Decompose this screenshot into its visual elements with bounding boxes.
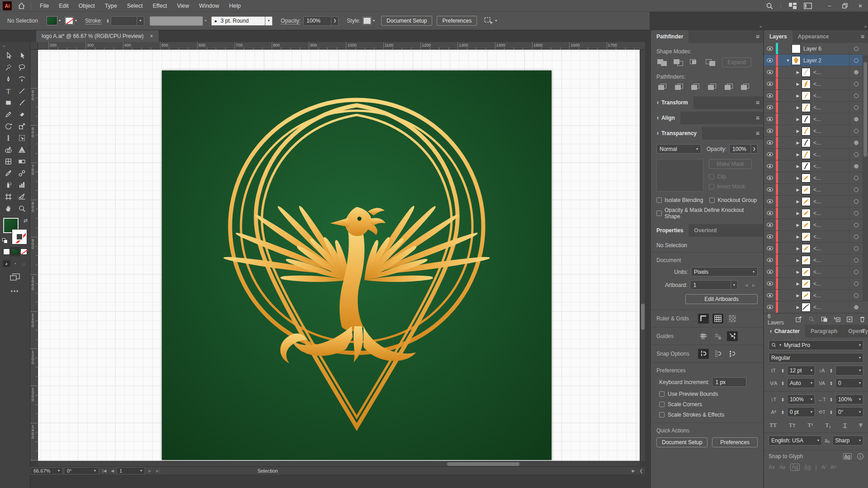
- brush-chevron[interactable]: ▾: [265, 16, 273, 26]
- tool-slice[interactable]: [15, 191, 28, 202]
- small-caps-toggle[interactable]: TT: [789, 422, 796, 429]
- collect-export-icon[interactable]: [796, 316, 802, 323]
- font-style-select[interactable]: Regular▾: [769, 353, 863, 363]
- menu-view[interactable]: View: [172, 0, 194, 12]
- tab-pathfinder[interactable]: Pathfinder: [651, 30, 689, 43]
- char-kerning-field[interactable]: Auto▾: [787, 378, 815, 388]
- default-fill-stroke-icon[interactable]: [2, 238, 8, 243]
- char-stepper[interactable]: ▲▼: [830, 410, 833, 414]
- eye-icon[interactable]: [767, 199, 773, 203]
- dock2-collapse-icon[interactable]: ››: [864, 24, 866, 29]
- layer-visibility-cell[interactable]: [764, 137, 776, 148]
- layer-row[interactable]: ▶<...: [764, 137, 863, 149]
- tool-shape-builder[interactable]: [1, 144, 15, 155]
- stroke-label[interactable]: Stroke:: [85, 18, 102, 24]
- char-stepper[interactable]: ▲▼: [830, 381, 833, 385]
- char-stepper[interactable]: ▲▼: [781, 381, 784, 385]
- layer-target-icon[interactable]: [854, 164, 859, 169]
- tool-shaper[interactable]: [1, 108, 15, 120]
- exclude-icon[interactable]: [706, 58, 716, 67]
- layer-name[interactable]: <...: [813, 198, 849, 205]
- zoom-level-field[interactable]: 66.67%▾: [30, 467, 63, 474]
- char-stepper[interactable]: ▲▼: [781, 368, 784, 373]
- tool-hand[interactable]: [1, 202, 15, 214]
- snap-angle-icon[interactable]: Aᵃ: [830, 464, 836, 470]
- layer-expand-icon[interactable]: ▶: [794, 117, 802, 122]
- superscript-toggle[interactable]: T¹: [808, 422, 813, 429]
- eye-icon[interactable]: [767, 282, 773, 286]
- eye-icon[interactable]: [767, 70, 773, 74]
- snap-to-guides-icon[interactable]: [727, 331, 738, 341]
- tab-overlord[interactable]: Overlord: [689, 224, 722, 237]
- tab-paragraph[interactable]: Paragraph: [805, 325, 843, 338]
- layer-expand-icon[interactable]: ▶: [794, 235, 802, 239]
- layer-target-icon[interactable]: [854, 129, 859, 133]
- tab-align[interactable]: ▲▼Align: [651, 112, 680, 124]
- qa-preferences-button[interactable]: Preferences: [712, 437, 758, 447]
- layer-name[interactable]: <...: [813, 163, 849, 169]
- layer-visibility-cell[interactable]: [764, 290, 776, 301]
- layer-row[interactable]: ▼Layer 2: [764, 55, 863, 66]
- document-tab-close-icon[interactable]: ×: [150, 33, 153, 39]
- layer-target-icon[interactable]: [854, 105, 859, 110]
- layer-target-icon[interactable]: [854, 223, 859, 227]
- layer-visibility-cell[interactable]: [764, 113, 776, 125]
- layer-visibility-cell[interactable]: [764, 102, 776, 113]
- make-mask-button[interactable]: Make Mask: [709, 159, 752, 169]
- delete-layer-icon[interactable]: [859, 316, 866, 323]
- layer-name[interactable]: <...: [813, 81, 849, 87]
- layer-name[interactable]: <...: [813, 245, 849, 252]
- eye-icon[interactable]: [767, 246, 773, 250]
- layer-row[interactable]: ▶<...: [764, 278, 863, 290]
- layer-visibility-cell[interactable]: [764, 149, 776, 160]
- close-button[interactable]: ×: [853, 0, 868, 12]
- layer-row[interactable]: ▶<...: [764, 172, 863, 184]
- layer-row[interactable]: ▶<...: [764, 149, 863, 160]
- eye-icon[interactable]: [767, 164, 773, 168]
- eye-icon[interactable]: [767, 305, 773, 309]
- tab-appearance[interactable]: Appearance: [793, 30, 835, 43]
- char-stepper[interactable]: ▲▼: [781, 410, 784, 414]
- snap-to-grid-icon[interactable]: [712, 349, 723, 359]
- restore-button[interactable]: [837, 0, 853, 12]
- layer-target-icon[interactable]: [854, 293, 859, 298]
- layer-target-icon[interactable]: [854, 47, 859, 51]
- unite-icon[interactable]: [657, 58, 667, 67]
- vertical-scrollbar[interactable]: [640, 50, 645, 461]
- layer-row[interactable]: ▶<...: [764, 102, 863, 113]
- layer-thumbnail[interactable]: [802, 244, 811, 253]
- minimize-button[interactable]: –: [822, 0, 837, 12]
- layer-visibility-cell[interactable]: [764, 278, 776, 289]
- layer-visibility-cell[interactable]: [764, 78, 776, 89]
- tool-direct-selection[interactable]: [15, 50, 28, 61]
- layers-scrollbar[interactable]: [863, 56, 868, 301]
- char-tracking-field[interactable]: 0▾: [835, 378, 863, 388]
- char-vertical-scale-field[interactable]: 100%▾: [787, 394, 815, 404]
- language-select[interactable]: English: USA▾: [769, 436, 822, 446]
- layer-name[interactable]: <...: [813, 140, 849, 146]
- layer-name[interactable]: <...: [813, 93, 849, 99]
- snap-baseline-icon[interactable]: A̲g: [804, 464, 811, 470]
- eye-icon[interactable]: [767, 258, 773, 262]
- layer-thumbnail[interactable]: [802, 291, 811, 300]
- layer-visibility-cell[interactable]: [764, 231, 776, 242]
- swap-fill-stroke-icon[interactable]: ⇄: [24, 218, 28, 224]
- layer-name[interactable]: Layer 2: [803, 57, 849, 64]
- char-stepper[interactable]: ▲▼: [830, 397, 833, 402]
- layer-thumbnail[interactable]: [802, 256, 811, 265]
- vertical-ruler[interactable]: 5 0 06 0 07 0 08 0 09 0 01 0 0 01 1 0 01…: [30, 50, 38, 461]
- layer-thumbnail[interactable]: [802, 138, 811, 147]
- tool-line-segment[interactable]: [15, 85, 28, 97]
- layer-row[interactable]: ▶<...: [764, 219, 863, 231]
- style-chevron-icon[interactable]: ▾: [373, 19, 375, 23]
- isolate-chevron[interactable]: ▾: [495, 19, 497, 23]
- tab-transparency[interactable]: ▲▼Transparency: [651, 127, 702, 140]
- menu-type[interactable]: Type: [100, 0, 122, 12]
- layer-expand-icon[interactable]: ▼: [784, 58, 792, 63]
- layer-visibility-cell[interactable]: [764, 184, 776, 195]
- expand-button[interactable]: Expand: [722, 57, 751, 67]
- tool-gradient[interactable]: [15, 155, 28, 167]
- layer-expand-icon[interactable]: ▶: [794, 258, 802, 263]
- layer-visibility-cell[interactable]: [764, 172, 776, 183]
- tool-scale[interactable]: [15, 120, 28, 132]
